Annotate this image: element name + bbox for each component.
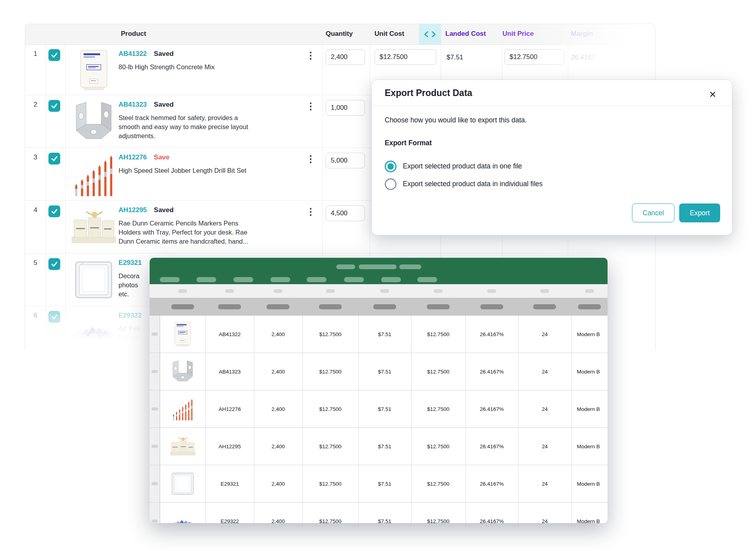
- quantity-input[interactable]: [326, 100, 365, 116]
- export-dialog: Export Product Data ✕ Choose how you wou…: [371, 80, 732, 235]
- sheet-cell: 2,400: [254, 465, 302, 502]
- sheet-cell: $12.7500: [302, 353, 358, 390]
- column-divider: [411, 316, 411, 523]
- placeholder-pill: [359, 264, 397, 269]
- sheet-cell: Modern B: [577, 465, 608, 502]
- sheet-cell: AH12276: [206, 390, 254, 427]
- product-code: AB41323: [119, 101, 147, 108]
- product-description: Rae Dunn Ceramic Pencils Markers Pens Ho…: [119, 219, 304, 246]
- product-description: High Speed Steel Jobber Length Drill Bit…: [119, 166, 304, 175]
- sheet-cell: 24: [518, 353, 571, 390]
- sheet-cell: $7.51: [358, 428, 411, 465]
- checkmark-icon: [50, 207, 58, 215]
- column-divider: [302, 316, 303, 523]
- column-divider: [518, 316, 519, 523]
- placeholder-pill: [326, 289, 335, 293]
- sheet-cell: 24: [518, 465, 571, 502]
- row-checkbox[interactable]: [48, 100, 60, 112]
- row-menu-kebab-icon[interactable]: [307, 207, 314, 220]
- column-divider: [160, 316, 160, 523]
- product-image-steel-bracket: [70, 98, 118, 146]
- product-description: 80-lb High Strength Concrete Mix: [119, 63, 304, 72]
- sheet-cell: AB41322: [206, 316, 254, 353]
- sheet-cell: AH12295: [206, 428, 254, 465]
- row-checkbox[interactable]: [48, 49, 60, 61]
- product-image-glass-block: [70, 256, 118, 304]
- sheet-thumb-drill-bits: [160, 390, 206, 427]
- column-divider: [254, 316, 254, 523]
- row-number: 2: [25, 101, 46, 109]
- column-sort-toggle[interactable]: [419, 24, 441, 44]
- spreadsheet-titlebar: [150, 258, 608, 284]
- column-divider: [358, 316, 359, 523]
- placeholder-pill: [381, 277, 401, 282]
- sheet-cell: $12.7500: [302, 316, 358, 353]
- placeholder-pill: [434, 289, 443, 293]
- sheet-thumb-steel-bracket: [160, 353, 206, 390]
- placeholder-pill: [427, 304, 450, 309]
- product-code: AB41322: [119, 50, 147, 57]
- column-header-landed-cost: Landed Cost: [445, 30, 486, 38]
- row-menu-kebab-icon[interactable]: [307, 154, 314, 167]
- sheet-cell: 26.4167%: [465, 390, 518, 427]
- sheet-cell: 24: [518, 503, 571, 523]
- cancel-button[interactable]: Cancel: [632, 203, 674, 222]
- sheet-row: AH12276 2,400 $12.7500 $7.51 $12.7500 26…: [150, 390, 608, 428]
- placeholder-pill: [178, 289, 187, 293]
- sheet-row: E29321 2,400 $12.7500 $7.51 $12.7500 26.…: [150, 465, 608, 503]
- unit-cost-input[interactable]: [374, 49, 436, 65]
- sheet-cell: 2,400: [254, 428, 302, 465]
- radio-export-one-file[interactable]: Export selected product data in one file: [385, 160, 522, 172]
- sheet-cell: $7.51: [358, 390, 411, 427]
- export-button[interactable]: Export: [679, 203, 720, 222]
- sheet-cell: 24: [518, 390, 571, 427]
- sheet-cell: 26.4167%: [465, 465, 518, 502]
- sheet-thumb-blue-glass-rocks: [160, 503, 206, 523]
- column-divider: [206, 316, 206, 523]
- radio-export-individual-files[interactable]: Export selected product data in individu…: [385, 178, 543, 190]
- placeholder-pill: [271, 277, 290, 282]
- product-title: AH12295Saved: [119, 206, 174, 214]
- row-menu-kebab-icon[interactable]: [307, 102, 314, 114]
- quantity-input[interactable]: [326, 205, 365, 221]
- sheet-row: AH12295 2,400 $12.7500 $7.51 $12.7500 26…: [150, 428, 608, 465]
- placeholder-pill: [585, 289, 594, 293]
- row-checkbox[interactable]: [48, 153, 60, 165]
- sheet-cell: $7.51: [358, 316, 411, 353]
- placeholder-pill: [344, 277, 364, 282]
- placeholder-pill: [487, 289, 496, 293]
- sheet-row: AB41322 2,400 $12.7500 $7.51 $12.7500 26…: [150, 316, 608, 353]
- spreadsheet-header-row: [150, 298, 608, 316]
- sheet-cell: $12.7500: [411, 503, 465, 523]
- sheet-cell: 26.4167%: [465, 353, 518, 390]
- product-code: AH12295: [119, 206, 147, 214]
- sheet-cell: 24: [518, 428, 571, 465]
- product-image-concrete-bag: [70, 47, 118, 92]
- sheet-cell: E29321: [206, 465, 254, 502]
- radio-selected-icon: [385, 161, 397, 172]
- sheet-cell: $12.7500: [411, 353, 465, 390]
- export-products-screen: Product Quantity Unit Cost Landed Cost U…: [0, 0, 756, 551]
- landed-cost-value: $7.51: [447, 54, 463, 61]
- row-checkbox[interactable]: [48, 258, 60, 270]
- dialog-body-text: Choose how you would like to export this…: [385, 116, 527, 124]
- product-code: E29321: [119, 259, 142, 266]
- sheet-thumb-concrete-bag: [160, 316, 206, 353]
- sheet-cell: 26.4167%: [465, 428, 518, 465]
- column-header-unit-cost: Unit Cost: [374, 30, 404, 38]
- quantity-input[interactable]: [326, 153, 365, 168]
- row-menu-kebab-icon[interactable]: [307, 51, 314, 63]
- divider: [372, 106, 732, 106]
- placeholder-pill: [373, 304, 396, 309]
- close-icon[interactable]: ✕: [706, 88, 719, 101]
- quantity-input[interactable]: [326, 49, 365, 65]
- spreadsheet-preview: AB41322 2,400 $12.7500 $7.51 $12.7500 26…: [150, 258, 608, 523]
- placeholder-pill: [480, 304, 503, 309]
- sheet-cell: Modern B: [577, 390, 608, 427]
- sheet-cell: Modern B: [577, 428, 608, 465]
- radio-label: Export selected product data in one file: [403, 162, 522, 170]
- placeholder-pill: [196, 277, 216, 282]
- row-checkbox[interactable]: [48, 205, 60, 217]
- placeholder-pill: [578, 304, 601, 309]
- column-header-product: Product: [121, 30, 146, 38]
